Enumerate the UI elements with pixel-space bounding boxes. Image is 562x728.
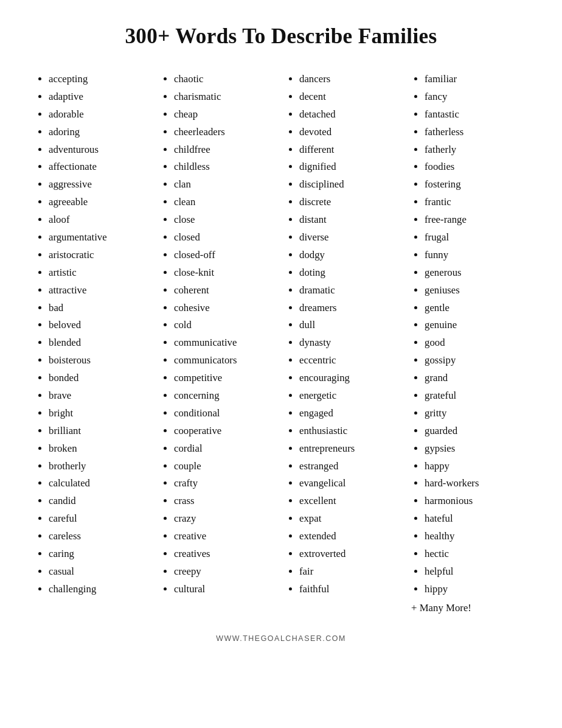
list-item: boisterous xyxy=(49,352,151,369)
list-item: affectionate xyxy=(49,158,151,176)
list-item: hippy xyxy=(425,581,527,598)
list-item: bright xyxy=(49,405,151,422)
list-item: gentle xyxy=(425,299,527,317)
list-item: brotherly xyxy=(49,458,151,475)
column-4: familiarfancyfantasticfatherlessfatherly… xyxy=(406,71,532,617)
list-item: agreeable xyxy=(49,194,151,211)
list-item: fancy xyxy=(425,88,527,106)
list-item: aggressive xyxy=(49,176,151,194)
list-item: discrete xyxy=(299,194,401,211)
list-item: frugal xyxy=(425,229,527,247)
list-item: engaged xyxy=(299,405,401,422)
list-item: enthusiastic xyxy=(299,422,401,440)
list-item: artistic xyxy=(49,264,151,282)
list-item: cold xyxy=(174,317,276,334)
list-item: energetic xyxy=(299,387,401,405)
list-item: diverse xyxy=(299,229,401,247)
word-columns: acceptingadaptiveadorableadoringadventur… xyxy=(30,71,532,617)
list-item: cheerleaders xyxy=(174,124,276,141)
list-item: frantic xyxy=(425,194,527,211)
list-item: gossipy xyxy=(425,352,527,369)
list-item: dynasty xyxy=(299,334,401,352)
list-item: adaptive xyxy=(49,88,151,106)
list-item: chaotic xyxy=(174,71,276,88)
list-item: dramatic xyxy=(299,282,401,299)
list-item: devoted xyxy=(299,124,401,141)
list-item: concerning xyxy=(174,387,276,405)
list-item: extroverted xyxy=(299,545,401,563)
list-item: careful xyxy=(49,510,151,528)
list-item: charismatic xyxy=(174,88,276,106)
list-item: crafty xyxy=(174,475,276,492)
list-item: good xyxy=(425,334,527,352)
list-item: detached xyxy=(299,106,401,124)
list-item: cordial xyxy=(174,440,276,458)
list-item: doting xyxy=(299,264,401,282)
list-item: creative xyxy=(174,528,276,545)
list-item: estranged xyxy=(299,458,401,475)
list-item: familiar xyxy=(425,71,527,88)
list-item: aloof xyxy=(49,211,151,229)
list-item: dull xyxy=(299,317,401,334)
page-title: 300+ Words To Describe Families xyxy=(30,24,532,49)
list-item: adorable xyxy=(49,106,151,124)
list-item: guarded xyxy=(425,422,527,440)
list-item: broken xyxy=(49,440,151,458)
list-item: dancers xyxy=(299,71,401,88)
list-item: entrepreneurs xyxy=(299,440,401,458)
list-item: crass xyxy=(174,492,276,510)
list-item: cheap xyxy=(174,106,276,124)
list-item: challenging xyxy=(49,581,151,598)
list-item: conditional xyxy=(174,405,276,422)
list-item: fatherless xyxy=(425,124,527,141)
list-item: childfree xyxy=(174,141,276,159)
list-item: competitive xyxy=(174,369,276,387)
list-item: clan xyxy=(174,176,276,194)
list-item: communicators xyxy=(174,352,276,369)
list-item: gypsies xyxy=(425,440,527,458)
list-item: distant xyxy=(299,211,401,229)
list-item: dignified xyxy=(299,158,401,176)
list-item: clean xyxy=(174,194,276,211)
list-item: closed-off xyxy=(174,247,276,264)
list-item: hectic xyxy=(425,545,527,563)
footer-url: WWW.THEGOALCHASER.COM xyxy=(30,634,532,643)
list-item: generous xyxy=(425,264,527,282)
column-1: acceptingadaptiveadorableadoringadventur… xyxy=(30,71,156,617)
list-item: bonded xyxy=(49,369,151,387)
list-item: caring xyxy=(49,545,151,563)
list-item: funny xyxy=(425,247,527,264)
list-item: aristocratic xyxy=(49,247,151,264)
list-item: extended xyxy=(299,528,401,545)
list-item: harmonious xyxy=(425,492,527,510)
list-item: eccentric xyxy=(299,352,401,369)
list-item: casual xyxy=(49,563,151,581)
list-item: creatives xyxy=(174,545,276,563)
list-item: free-range xyxy=(425,211,527,229)
list-item: decent xyxy=(299,88,401,106)
list-item: adventurous xyxy=(49,141,151,159)
list-item: hateful xyxy=(425,510,527,528)
list-item: hard-workers xyxy=(425,475,527,492)
list-item: fatherly xyxy=(425,141,527,159)
column-3: dancersdecentdetacheddevoteddifferentdig… xyxy=(281,71,406,617)
list-item: fantastic xyxy=(425,106,527,124)
list-item: genuine xyxy=(425,317,527,334)
list-item: cultural xyxy=(174,581,276,598)
list-item: closed xyxy=(174,229,276,247)
list-item: creepy xyxy=(174,563,276,581)
list-item: adoring xyxy=(49,124,151,141)
list-item: close-knit xyxy=(174,264,276,282)
list-item: geniuses xyxy=(425,282,527,299)
list-item: beloved xyxy=(49,317,151,334)
list-item: childless xyxy=(174,158,276,176)
list-item: accepting xyxy=(49,71,151,88)
list-item: fostering xyxy=(425,176,527,194)
list-item: bad xyxy=(49,299,151,317)
list-item: calculated xyxy=(49,475,151,492)
list-item: candid xyxy=(49,492,151,510)
list-item: argumentative xyxy=(49,229,151,247)
list-item: communicative xyxy=(174,334,276,352)
list-item: grand xyxy=(425,369,527,387)
list-item: couple xyxy=(174,458,276,475)
